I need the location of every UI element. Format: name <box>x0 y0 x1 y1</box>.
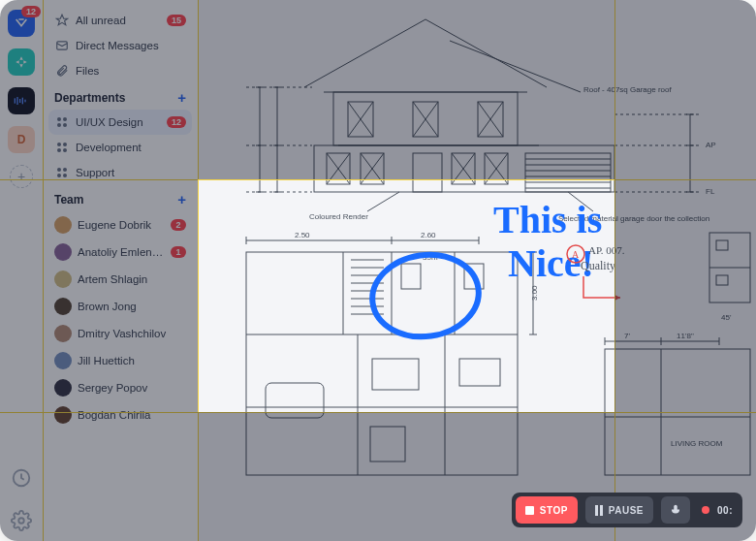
settings-icon[interactable] <box>11 510 32 531</box>
app-icon-avatar[interactable]: D <box>8 126 35 153</box>
svg-rect-34 <box>266 383 324 418</box>
team-member[interactable]: Anatoliy Emleninov1 <box>48 239 192 266</box>
app-rail: 12 D + <box>0 0 43 541</box>
dept-uiux[interactable]: UI/UX Design 12 <box>48 110 192 135</box>
badge: 12 <box>167 116 186 128</box>
svg-point-11 <box>63 123 67 127</box>
bp-dim: 2.50 <box>295 231 310 239</box>
dept-label: Development <box>76 142 186 153</box>
record-indicator-icon <box>702 506 709 514</box>
badge: 1 <box>171 246 186 258</box>
svg-point-6 <box>18 518 24 524</box>
bp-dim: 2.60 <box>421 231 436 239</box>
add-department-button[interactable]: + <box>177 89 186 106</box>
svg-rect-4 <box>24 100 25 103</box>
canvas[interactable]: Roof - 407sq Garage roof <box>198 0 756 541</box>
stop-button[interactable]: STOP <box>516 496 578 524</box>
team-member[interactable]: Jill Huettich <box>48 347 192 374</box>
mic-button[interactable] <box>661 496 690 524</box>
avatar-initial: D <box>17 133 26 146</box>
app-icon-3[interactable] <box>8 87 35 114</box>
team-member[interactable]: Artem Shlagin <box>48 266 192 293</box>
avatar <box>54 270 72 288</box>
svg-rect-2 <box>19 99 20 103</box>
svg-point-13 <box>63 143 67 146</box>
sidebar: All unread 15 Direct Messages Files Depa… <box>43 0 198 541</box>
record-time: 00: <box>717 505 733 516</box>
bp-roof-label: Roof - 407sq Garage roof <box>583 85 672 94</box>
avatar <box>54 379 72 397</box>
dept-support[interactable]: Support <box>48 160 192 185</box>
add-workspace-button[interactable]: + <box>10 165 33 188</box>
svg-point-15 <box>63 148 67 152</box>
member-name: Anatoliy Emleninov <box>78 246 165 258</box>
dept-label: Support <box>76 167 186 178</box>
annotation-text-1: This is <box>493 198 602 241</box>
avatar <box>54 243 72 261</box>
dept-development[interactable]: Development <box>48 135 192 160</box>
member-name: Artem Shlagin <box>78 273 186 285</box>
svg-point-17 <box>63 168 67 172</box>
svg-rect-37 <box>370 427 405 461</box>
stop-icon <box>525 506 534 515</box>
svg-rect-3 <box>22 98 23 105</box>
callout-text2: Quality <box>581 259 615 272</box>
svg-rect-32 <box>401 264 421 289</box>
avatar <box>54 216 72 234</box>
team-header: Team + <box>48 185 192 211</box>
app-icon-2[interactable] <box>8 48 35 76</box>
departments-header: Departments + <box>48 83 192 110</box>
svg-rect-38 <box>605 349 750 475</box>
team-member[interactable]: Eugene Dobrik2 <box>48 211 192 239</box>
bp-mark: FL <box>706 187 715 196</box>
annotation: This is Nice! A AP. 007. Quality <box>367 198 625 343</box>
member-name: Jill Huettich <box>78 355 186 366</box>
pause-icon <box>595 505 603 516</box>
svg-rect-35 <box>372 359 419 390</box>
avatar <box>54 298 72 315</box>
svg-point-42 <box>367 248 485 343</box>
badge: 15 <box>167 15 186 26</box>
badge: 2 <box>171 219 186 231</box>
nav-label: Direct Messages <box>76 40 186 51</box>
app-icon-primary[interactable]: 12 <box>8 10 35 37</box>
nav-all-unread[interactable]: All unread 15 <box>48 8 192 33</box>
grid-icon <box>54 165 70 180</box>
bp-dim: 11'8" <box>677 332 694 340</box>
dm-icon <box>54 38 70 53</box>
bp-dim: 3.00 <box>530 285 539 301</box>
svg-point-10 <box>57 123 61 127</box>
pause-label: PAUSE <box>609 505 644 516</box>
recording-toolbar: STOP PAUSE 00: <box>512 493 742 527</box>
member-name: Brown Jong <box>78 301 186 312</box>
team-member[interactable]: Dmitry Vashchilov <box>48 320 192 347</box>
nav-label: All unread <box>76 15 161 26</box>
bp-mark: AP <box>706 141 716 149</box>
section-title: Departments <box>54 91 125 105</box>
nav-direct-messages[interactable]: Direct Messages <box>48 33 192 58</box>
svg-rect-36 <box>459 359 500 386</box>
avatar <box>54 325 72 342</box>
paperclip-icon <box>54 63 70 79</box>
history-icon[interactable] <box>11 467 32 489</box>
bp-dim: 45' <box>721 313 732 322</box>
svg-text:A: A <box>572 249 580 260</box>
svg-rect-0 <box>15 98 16 103</box>
pause-button[interactable]: PAUSE <box>585 496 653 524</box>
team-member[interactable]: Sergey Popov <box>48 374 192 401</box>
section-title: Team <box>54 193 83 207</box>
star-icon <box>54 13 70 28</box>
member-name: Sergey Popov <box>78 382 186 394</box>
svg-rect-1 <box>16 97 17 105</box>
svg-point-18 <box>57 174 61 177</box>
stop-label: STOP <box>540 505 568 516</box>
team-member[interactable]: Brown Jong <box>48 293 192 320</box>
add-team-button[interactable]: + <box>177 191 186 207</box>
bp-render-label: Coloured Render <box>309 212 368 221</box>
bp-living-label: LIVING ROOM <box>671 439 723 448</box>
dept-label: UI/UX Design <box>76 116 161 128</box>
svg-rect-40 <box>716 240 728 250</box>
svg-rect-27 <box>413 153 442 192</box>
nav-files[interactable]: Files <box>48 58 192 83</box>
team-member[interactable]: Bogdan Chirila <box>48 401 192 429</box>
